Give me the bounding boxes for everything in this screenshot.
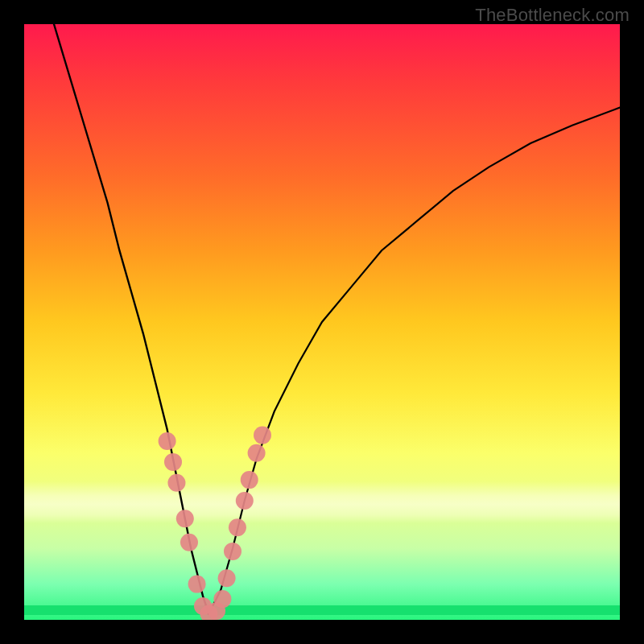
marker-dot [176, 510, 194, 527]
chart-frame: TheBottleneck.com [0, 0, 644, 644]
watermark-text: TheBottleneck.com [475, 5, 630, 26]
marker-dot [229, 518, 246, 536]
curve-layer [24, 24, 620, 620]
marker-dot [224, 543, 242, 560]
marker-dot [254, 427, 271, 444]
marker-dot [167, 474, 185, 492]
right-branch-curve [208, 108, 620, 614]
marker-dot [213, 590, 231, 608]
marker-dot [188, 576, 206, 593]
marker-dot [218, 569, 236, 587]
marker-group [159, 427, 271, 620]
plot-area [24, 24, 620, 620]
marker-dot [241, 471, 258, 489]
marker-dot [159, 432, 176, 450]
marker-dot [180, 534, 198, 551]
marker-dot [236, 492, 254, 510]
marker-dot [164, 453, 182, 471]
marker-dot [248, 444, 266, 462]
